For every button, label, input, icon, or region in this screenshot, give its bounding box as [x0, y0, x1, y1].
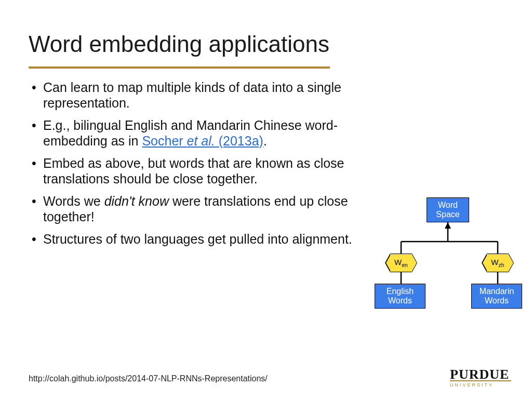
link-text-tail: (2013a)	[215, 134, 263, 148]
english-words-box: English Words	[375, 284, 425, 309]
box-label: English Words	[387, 287, 414, 305]
svg-marker-1	[445, 222, 451, 229]
citation-link[interactable]: Socher et al. (2013a)	[142, 134, 263, 148]
bullet-text: Embed as above, but words that are known…	[43, 156, 344, 186]
bullet-item: Words we didn't know were translations e…	[29, 194, 361, 224]
bullet-text: .	[263, 134, 267, 148]
w-en-box: Wen	[390, 254, 412, 272]
logo-name: PURDUE	[450, 368, 511, 380]
slide-title: Word embedding applications	[29, 31, 503, 57]
bullet-text: Words we	[43, 194, 104, 208]
box-label: Word Space	[436, 201, 459, 219]
bullet-emph: didn't know	[104, 194, 169, 208]
slide: Word embedding applications Can learn to…	[0, 0, 532, 399]
bullet-item: E.g., bilingual English and Mandarin Chi…	[29, 118, 361, 149]
content-area: Can learn to map multiple kinds of data …	[29, 80, 361, 247]
bullet-list: Can learn to map multiple kinds of data …	[29, 80, 361, 247]
box-label: Wen	[394, 258, 408, 268]
footer-url: http://colah.github.io/posts/2014-07-NLP…	[29, 374, 268, 383]
title-rule	[29, 66, 330, 69]
box-label: Wzh	[491, 258, 504, 268]
bullet-item: Structures of two languages get pulled i…	[29, 232, 361, 247]
bullet-item: Can learn to map multiple kinds of data …	[29, 80, 361, 111]
mandarin-words-box: Mandarin Words	[471, 284, 522, 309]
bullet-text: Structures of two languages get pulled i…	[43, 232, 352, 246]
bilingual-diagram: Word Space Wen Wzh English Words Mandari…	[375, 197, 523, 317]
bullet-item: Embed as above, but words that are known…	[29, 156, 361, 187]
bullet-text: Can learn to map multiple kinds of data …	[43, 80, 341, 110]
box-label: Mandarin Words	[480, 287, 514, 305]
w-zh-box: Wzh	[487, 254, 509, 272]
purdue-logo: PURDUE UNIVERSITY	[450, 368, 511, 388]
link-text-italic: et al.	[187, 134, 215, 148]
word-space-box: Word Space	[427, 197, 469, 222]
link-text: Socher	[142, 134, 187, 148]
